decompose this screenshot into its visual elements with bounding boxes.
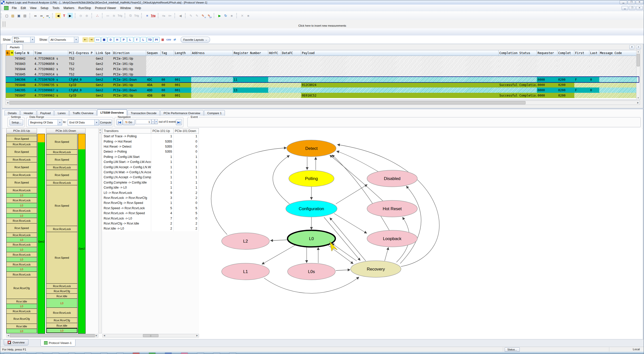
state-node-polling[interactable]: Polling: [289, 170, 334, 187]
packet-row[interactable]: 3463954.773309067 sCfgRd_0Gen2PCIe-101:D…: [6, 87, 639, 93]
tab-lanes[interactable]: Lanes: [54, 110, 69, 116]
status-button[interactable]: Status...: [505, 347, 520, 352]
cancel-icon[interactable]: ✕: [239, 13, 245, 18]
column-header-msg[interactable]: Message Code: [599, 50, 637, 56]
decrement-button[interactable]: −: [151, 119, 154, 124]
goto-end-marker-icon[interactable]: ▶: [67, 13, 73, 18]
state-node-l0s[interactable]: L0s: [288, 263, 335, 280]
packet-row[interactable]: 7658474.773309962 sCplDGen2PCIe-101:Up4D…: [6, 93, 639, 98]
state-cell-rcvr-rcvrcfg[interactable]: Rcvr.RcvrCfg: [46, 318, 77, 323]
taskbar-item[interactable]: [52, 352, 59, 354]
menu-protocol-viewer[interactable]: Protocol Viewer: [93, 5, 118, 11]
window-tab-overview[interactable]: Overview: [4, 339, 28, 345]
bus-signal-setup-icon[interactable]: ≔: [105, 13, 111, 18]
column-header-tag[interactable]: Tag: [161, 50, 174, 56]
column-header-payload[interactable]: Payload: [301, 50, 499, 56]
channels-select[interactable]: All Channels ▼: [49, 37, 78, 43]
packet-viewer-icon[interactable]: ▦: [101, 37, 107, 42]
column-header-time[interactable]: Time: [34, 50, 68, 56]
column-header-sample[interactable]: Sample N: [14, 50, 34, 56]
event-number-input[interactable]: 1: [136, 119, 151, 124]
mdi-close-button[interactable]: ✕: [636, 6, 643, 10]
transition-row[interactable]: Rcvr.RcvrLock -> Rcvr.RcvrCfg32: [102, 195, 199, 200]
transaction-decode-tab-icon[interactable]: TD: [147, 37, 153, 42]
time-marker-pencil-icon[interactable]: ✎H: [200, 13, 206, 18]
packets-tab[interactable]: Packets: [7, 45, 23, 50]
details-tab-icon[interactable]: D: [108, 37, 114, 42]
state-cell-l0[interactable]: L0: [6, 267, 37, 272]
packets-horizontal-scrollbar[interactable]: ◀ ▶: [6, 101, 640, 105]
state-cell-rcvr-rcvrlock[interactable]: Rcvr.RcvrLock: [46, 226, 77, 232]
transition-row[interactable]: Start of Trace -> Polling11: [102, 134, 199, 139]
listing-columns-icon[interactable]: ≡: [144, 13, 150, 18]
down-column-header[interactable]: PCIe-101:Down: [46, 128, 86, 133]
menu-file[interactable]: File: [10, 5, 19, 11]
find-previous-icon[interactable]: ∞◄: [39, 13, 44, 18]
go-button[interactable]: ↻Go: [123, 119, 135, 125]
packet-row[interactable]: 3463944.773307839 sCfgRd_0Gen2PCIe-101:D…: [6, 77, 639, 82]
state-cell-rcvr-rcvrlock[interactable]: Rcvr.RcvrLock: [46, 308, 77, 318]
taskbar-item[interactable]: [84, 352, 91, 354]
taskbar-item[interactable]: [133, 352, 140, 354]
state-cell-l0[interactable]: L0: [6, 247, 37, 252]
states-horizontal-scrollbar[interactable]: ◀ ▶: [6, 334, 98, 337]
collapse-all-columns-icon[interactable]: ⇥: [89, 37, 94, 42]
run-icon[interactable]: ▶: [217, 13, 222, 18]
state-cell-rcvr-rcvrlock[interactable]: Rcvr.RcvrLock: [6, 198, 37, 203]
state-cell-rcvr-rcvrlock[interactable]: Rcvr.RcvrLock: [46, 284, 77, 289]
compare-icon[interactable]: ▥: [160, 37, 166, 42]
transitions-horizontal-scrollbar[interactable]: ◀ ||| ▶: [102, 334, 199, 337]
state-cell-l0[interactable]: L0: [6, 203, 37, 208]
transition-row[interactable]: Polling -> Config.LW.Start11: [102, 154, 199, 159]
zoom-in-icon[interactable]: ⊕: [84, 13, 90, 18]
state-cell-rcvr-idle[interactable]: Rcvr.Idle: [6, 324, 37, 329]
last-event-button[interactable]: ▶|: [176, 119, 182, 125]
packet-row[interactable]: 7658434.773206850 sTS2Gen2PCIe-101:Up: [6, 61, 639, 66]
goto-begin-marker-icon[interactable]: ◀: [55, 13, 61, 18]
trigger-setup-icon[interactable]: Trig: [117, 13, 123, 18]
run-repetitive-icon[interactable]: ↻: [223, 13, 228, 18]
state-node-disabled[interactable]: Disabled: [367, 170, 417, 187]
column-header-first[interactable]: First: [574, 50, 589, 56]
state-cell-l0[interactable]: L0: [6, 257, 37, 262]
data-range-to-select[interactable]: End Of Data ▼: [68, 119, 99, 125]
state-cell-rcvr-rcvrlock[interactable]: Rcvr.RcvrLock: [6, 242, 37, 247]
edit-marker-pencil-icon[interactable]: ✎: [194, 13, 200, 18]
taskbar-item[interactable]: [165, 352, 172, 354]
state-cell-l0[interactable]: L0: [46, 328, 77, 333]
state-cell-rcvr-speed[interactable]: Rcvr.Speed: [46, 155, 77, 165]
column-header-regnum[interactable]: Register Number: [233, 50, 268, 56]
taskbar-item[interactable]: [4, 352, 11, 354]
waveform-trigger-setup-icon[interactable]: Trig: [134, 13, 139, 18]
state-cell-rcvr-rcvrcfg[interactable]: Rcvr.RcvrCfg: [6, 277, 37, 299]
state-cell-rcvr-rcvrlock[interactable]: Rcvr.RcvrLock: [6, 272, 37, 277]
increment-button[interactable]: +: [155, 119, 158, 124]
offset-marker-pencil-icon[interactable]: ✎OF: [206, 13, 212, 18]
find-icon[interactable]: ∞: [33, 13, 38, 18]
insert-measurement-label[interactable]: Click here to insert new measurements: [298, 24, 346, 28]
menu-grip[interactable]: [1, 6, 3, 10]
scroll-right-icon[interactable]: ▶: [195, 334, 199, 337]
scroll-left-icon[interactable]: ◀: [103, 334, 106, 337]
sync-selection-icon[interactable]: ⇄: [172, 37, 178, 42]
mdi-minimize-button[interactable]: ▁: [622, 6, 628, 10]
state-node-hot-reset[interactable]: Hot Reset: [367, 200, 417, 217]
state-cell-rcvr-speed[interactable]: Rcvr.Speed: [46, 134, 77, 150]
window-tab-protocol-viewer-1[interactable]: Protocol Viewer-1: [41, 339, 75, 346]
packets-menu-button[interactable]: ▼: [629, 45, 634, 49]
tab-traffic-overview[interactable]: Traffic Overview: [69, 110, 97, 116]
taskbar-item[interactable]: [213, 352, 220, 354]
lanes-tab-icon[interactable]: L: [127, 37, 133, 42]
taskbar-item[interactable]: [229, 352, 236, 354]
transition-row[interactable]: Config.LN.Accept -> Config.Complete11: [102, 175, 199, 180]
tab-transaction-decode[interactable]: Transaction Decode: [128, 110, 160, 116]
menu-window[interactable]: Window: [118, 5, 133, 11]
state-cell-rcvr-idle[interactable]: Rcvr.Idle: [46, 294, 77, 299]
packet-row[interactable]: 7658444.773206882 sTS2Gen2PCIe-101:Up: [6, 66, 639, 72]
transition-row[interactable]: Rcvr.RcvrLock -> L070: [102, 216, 199, 221]
state-cell-rcvr-rcvrlock[interactable]: Rcvr.RcvrLock: [6, 218, 37, 224]
state-cell-rcvr-rcvrlock[interactable]: Rcvr.RcvrLock: [6, 157, 37, 162]
tab-details[interactable]: Details: [5, 110, 20, 116]
state-cell-l0[interactable]: L0: [6, 329, 37, 333]
menu-setup[interactable]: Setup: [38, 5, 50, 11]
